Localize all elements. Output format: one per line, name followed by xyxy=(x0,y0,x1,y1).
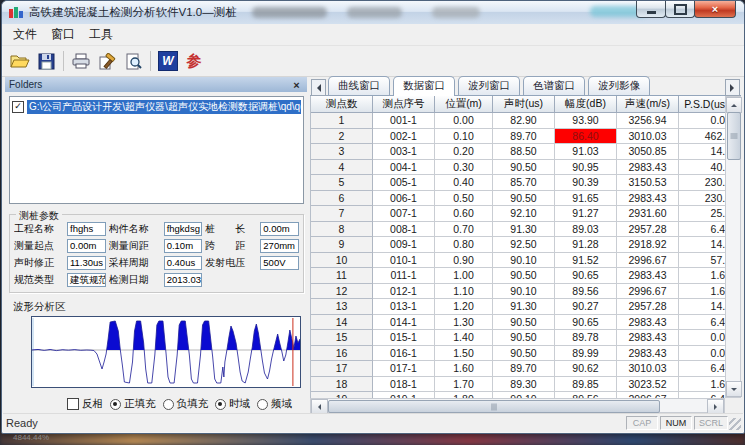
table-cell[interactable]: 90.50 xyxy=(493,191,555,207)
table-cell[interactable]: 0.70 xyxy=(435,222,493,238)
table-cell[interactable]: 85.70 xyxy=(493,175,555,191)
table-cell[interactable]: 1.60 xyxy=(435,361,493,377)
table-cell[interactable]: 003-1 xyxy=(373,144,435,160)
minimize-button[interactable] xyxy=(636,1,666,18)
tab-0[interactable]: 曲线窗口 xyxy=(328,76,390,95)
table-cell[interactable]: 89.70 xyxy=(493,361,555,377)
freq-domain-radio[interactable]: 频域 xyxy=(257,397,292,411)
table-cell[interactable]: 1.30 xyxy=(435,315,493,331)
folder-path-label[interactable]: G:\公司产品设计开发\超声仪器\超声仪实地检测数据调桩\qd\qd03\qd0… xyxy=(27,100,301,114)
table-cell[interactable]: 90.62 xyxy=(555,361,617,377)
table-cell[interactable]: 012-1 xyxy=(373,284,435,300)
table-cell[interactable]: 86.40 xyxy=(555,129,617,145)
table-cell[interactable]: 14.4 xyxy=(679,237,725,253)
table-cell[interactable]: 2 xyxy=(311,129,373,145)
table-cell[interactable]: 92.50 xyxy=(493,237,555,253)
scroll-up-button[interactable] xyxy=(726,97,742,113)
table-row[interactable]: 18018-11.7089.3089.853023.521.60 xyxy=(311,377,725,393)
table-cell[interactable]: 1.10 xyxy=(435,284,493,300)
table-cell[interactable]: 1.00 xyxy=(435,268,493,284)
table-cell[interactable]: 3 xyxy=(311,144,373,160)
table-cell[interactable]: 009-1 xyxy=(373,237,435,253)
table-cell[interactable]: 89.56 xyxy=(555,284,617,300)
table-cell[interactable]: 0.20 xyxy=(435,144,493,160)
table-cell[interactable]: 14 xyxy=(311,315,373,331)
table-cell[interactable]: 2996.67 xyxy=(617,253,679,269)
table-row[interactable]: 5005-10.4085.7090.393150.53230.4 xyxy=(311,175,725,191)
table-cell[interactable]: 2983.43 xyxy=(617,346,679,362)
table-row[interactable]: 1001-10.0082.9093.903256.940.00 xyxy=(311,113,725,129)
table-cell[interactable]: 91.65 xyxy=(555,191,617,207)
horizontal-scrollbar[interactable] xyxy=(310,398,725,413)
table-cell[interactable]: 230.4 xyxy=(679,175,725,191)
table-cell[interactable]: 15 xyxy=(311,330,373,346)
table-cell[interactable]: 9 xyxy=(311,237,373,253)
vertical-scrollbar[interactable] xyxy=(725,96,741,398)
table-cell[interactable]: 1 xyxy=(311,113,373,129)
print-preview-button[interactable] xyxy=(120,49,146,73)
table-cell[interactable]: 89.78 xyxy=(555,330,617,346)
table-cell[interactable]: 90.95 xyxy=(555,160,617,176)
table-cell[interactable]: 2983.43 xyxy=(617,315,679,331)
column-header-0[interactable]: 测点数 xyxy=(311,96,373,113)
table-cell[interactable]: 1.40 xyxy=(435,330,493,346)
table-cell[interactable]: 002-1 xyxy=(373,129,435,145)
table-cell[interactable]: 89.85 xyxy=(555,377,617,393)
table-cell[interactable]: 0.90 xyxy=(435,253,493,269)
table-row[interactable]: 2002-10.1089.7086.403010.03462.4 xyxy=(311,129,725,145)
folders-caption-bar[interactable]: Folders × xyxy=(5,77,307,92)
table-row[interactable]: 7007-10.6092.1091.272931.6025.6 xyxy=(311,206,725,222)
waveform-chart[interactable] xyxy=(31,316,301,388)
table-cell[interactable]: 0.10 xyxy=(435,129,493,145)
table-cell[interactable]: 230.4 xyxy=(679,191,725,207)
table-cell[interactable]: 88.50 xyxy=(493,144,555,160)
table-cell[interactable]: 90.65 xyxy=(555,315,617,331)
menu-item-2[interactable]: 工具 xyxy=(82,24,120,45)
table-cell[interactable]: 89.70 xyxy=(493,129,555,145)
table-cell[interactable]: 6.40 xyxy=(679,361,725,377)
table-cell[interactable]: 004-1 xyxy=(373,160,435,176)
table-cell[interactable]: 91.52 xyxy=(555,253,617,269)
table-cell[interactable]: 90.10 xyxy=(493,284,555,300)
table-cell[interactable]: 12 xyxy=(311,284,373,300)
table-cell[interactable]: 89.30 xyxy=(493,377,555,393)
table-cell[interactable]: 2983.43 xyxy=(617,330,679,346)
invert-checkbox[interactable]: 反相 xyxy=(67,397,103,411)
table-cell[interactable]: 8 xyxy=(311,222,373,238)
table-cell[interactable]: 7 xyxy=(311,206,373,222)
table-row[interactable]: 14014-11.3090.5090.652983.436.40 xyxy=(311,315,725,331)
tab-3[interactable]: 色谱窗口 xyxy=(523,76,585,95)
table-cell[interactable]: 018-1 xyxy=(373,377,435,393)
table-cell[interactable]: 90.65 xyxy=(555,268,617,284)
table-cell[interactable]: 0.60 xyxy=(435,206,493,222)
table-row[interactable]: 11011-11.0090.5090.652983.431.60 xyxy=(311,268,725,284)
table-cell[interactable]: 91.03 xyxy=(555,144,617,160)
column-header-5[interactable]: 声速(m/s) xyxy=(617,96,679,113)
table-cell[interactable]: 008-1 xyxy=(373,222,435,238)
table-cell[interactable]: 90.39 xyxy=(555,175,617,191)
table-cell[interactable]: 5 xyxy=(311,175,373,191)
table-cell[interactable]: 014-1 xyxy=(373,315,435,331)
print-button[interactable] xyxy=(68,49,94,73)
table-cell[interactable]: 10 xyxy=(311,253,373,269)
table-cell[interactable]: 0.00 xyxy=(679,346,725,362)
table-cell[interactable]: 1.50 xyxy=(435,346,493,362)
table-cell[interactable]: 1.60 xyxy=(679,284,725,300)
folder-item[interactable]: ✓ G:\公司产品设计开发\超声仪器\超声仪实地检测数据调桩\qd\qd03\q… xyxy=(12,100,301,114)
time-domain-radio[interactable]: 时域 xyxy=(215,397,250,411)
table-cell[interactable]: 0.50 xyxy=(435,191,493,207)
open-file-button[interactable] xyxy=(7,49,33,73)
table-row[interactable]: 16016-11.5090.5089.992983.430.00 xyxy=(311,346,725,362)
table-row[interactable]: 9009-10.8092.5091.282918.9214.4 xyxy=(311,237,725,253)
table-cell[interactable]: 18 xyxy=(311,377,373,393)
table-cell[interactable]: 2957.28 xyxy=(617,299,679,315)
parameters-button[interactable]: 参 xyxy=(181,49,207,73)
table-row[interactable]: 8008-10.7091.3089.032957.286.40 xyxy=(311,222,725,238)
table-cell[interactable]: 2918.92 xyxy=(617,237,679,253)
table-cell[interactable]: 90.50 xyxy=(493,315,555,331)
scroll-right-button[interactable] xyxy=(707,399,724,414)
table-cell[interactable]: 2957.28 xyxy=(617,222,679,238)
table-cell[interactable]: 11 xyxy=(311,268,373,284)
table-cell[interactable]: 1.60 xyxy=(679,377,725,393)
column-header-6[interactable]: P.S.D(us xyxy=(679,96,725,113)
